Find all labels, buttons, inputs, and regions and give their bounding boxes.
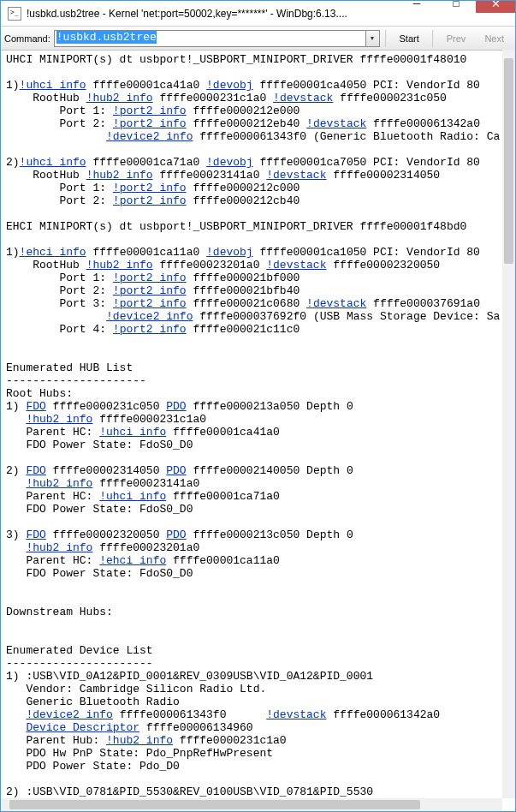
text: ffffe00023201a0 (153, 259, 267, 272)
text: ffffe00002314050 (46, 464, 166, 477)
devobj-link[interactable]: !devobj (206, 246, 253, 259)
text: FDO Power State: FdoS0_D0 (6, 503, 193, 516)
text: ffffe000021c11c0 (187, 323, 300, 336)
devobj-link[interactable]: !devobj (206, 79, 253, 92)
text: Port 3: (6, 297, 113, 310)
pdo-link[interactable]: PDO (166, 464, 186, 477)
text: ffffe0000231c1a0 (153, 92, 273, 104)
devstack-link[interactable]: !devstack (306, 297, 366, 310)
devstack-link[interactable]: !devstack (266, 259, 326, 272)
text: Enumerated Device List (6, 644, 153, 657)
ehci-info-link[interactable]: !ehci_info (99, 554, 166, 567)
text: 1) (6, 79, 20, 92)
hub2-info-link[interactable]: !hub2_info (26, 413, 92, 426)
text: 2) (6, 464, 26, 477)
text (6, 310, 106, 323)
titlebar: !usbkd.usb2tree - Kernel 'net:port=50002… (1, 1, 515, 27)
uhci-info-link[interactable]: !uhci_info (20, 156, 86, 169)
text (6, 413, 26, 426)
text: Port 1: (6, 272, 113, 284)
text: ffffe000061343f0 (113, 708, 266, 721)
text: ffffe000037692f0 (USB Mass Storage Devic… (193, 310, 500, 323)
device-descriptor-link[interactable]: Device Descriptor (26, 721, 139, 734)
hub2-info-link[interactable]: !hub2_info (86, 259, 153, 272)
text: 1) (6, 400, 26, 413)
horizontal-scrollbar[interactable] (1, 798, 502, 811)
vertical-scrollbar[interactable] (502, 50, 515, 798)
device2-info-link[interactable]: !device2 info (26, 708, 112, 721)
uhci-info-link[interactable]: !uhci_info (99, 490, 166, 503)
text: ffffe00023141a0 (92, 477, 199, 490)
text: Port 1: (6, 182, 113, 194)
text: Parent HC: (6, 426, 99, 439)
text: Port 2: (6, 194, 113, 207)
text: Port 2: (6, 117, 113, 130)
text: ffffe0000212e000 (187, 104, 300, 117)
prev-button[interactable]: Prev (439, 30, 474, 47)
port2-info-link[interactable]: !port2_info (113, 182, 187, 194)
text: RootHub (6, 169, 86, 182)
text: Parent Hub: (6, 734, 106, 747)
device2-info-link[interactable]: !device2 info (106, 130, 193, 143)
ehci-info-link[interactable]: !ehci_info (20, 246, 86, 259)
uhci-info-link[interactable]: !uhci_info (20, 79, 86, 92)
text: ffffe00001ca1050 PCI: VendorId 80 (253, 246, 480, 259)
hub2-info-link[interactable]: !hub2_info (26, 477, 92, 490)
text: Parent HC: (6, 490, 99, 503)
port2-info-link[interactable]: !port2_info (113, 117, 187, 130)
text: ffffe00001ca4050 PCI: VendorId 80 (253, 79, 480, 92)
text: ffffe000021bfb40 (187, 284, 300, 297)
command-input-value: !usbkd.usb2tree (56, 31, 157, 44)
fdo-link[interactable]: FDO (26, 400, 45, 413)
maximize-button[interactable] (436, 0, 476, 13)
text: 1) (6, 246, 20, 259)
devobj-link[interactable]: !devobj (206, 156, 253, 169)
hub2-info-link[interactable]: !hub2_info (106, 734, 173, 747)
port2-info-link[interactable]: !port2_info (113, 194, 187, 207)
minimize-button[interactable] (397, 0, 436, 13)
text: 2) (6, 156, 20, 169)
text: ffffe0000231c050 (46, 400, 166, 413)
devstack-link[interactable]: !devstack (266, 708, 326, 721)
hub2-info-link[interactable]: !hub2_info (86, 169, 153, 182)
port2-info-link[interactable]: !port2_info (113, 104, 187, 117)
hub2-info-link[interactable]: !hub2_info (26, 541, 92, 554)
text: ffffe00001ca41a0 (166, 426, 280, 439)
app-icon (8, 7, 21, 21)
text: ---------------------- (6, 657, 153, 670)
devstack-link[interactable]: !devstack (306, 117, 366, 130)
start-button[interactable]: Start (392, 30, 427, 47)
text: FDO Power State: FdoS0_D0 (6, 439, 193, 451)
output-pane[interactable]: UHCI MINIPORT(s) dt usbport!_USBPORT_MIN… (1, 50, 502, 798)
command-dropdown-button[interactable] (366, 30, 380, 47)
devstack-link[interactable]: !devstack (266, 169, 326, 182)
scrollbar-thumb[interactable] (9, 800, 420, 809)
uhci-info-link[interactable]: !uhci_info (99, 426, 166, 439)
close-button[interactable] (476, 0, 515, 13)
text: --------------------- (6, 374, 146, 387)
text: ffffe0000231c1a0 (92, 413, 206, 426)
text: ffffe000061342a0 (366, 117, 480, 130)
text (6, 477, 26, 490)
fdo-link[interactable]: FDO (26, 528, 45, 541)
command-input[interactable]: !usbkd.usb2tree (54, 30, 366, 47)
port2-info-link[interactable]: !port2_info (113, 284, 187, 297)
port2-info-link[interactable]: !port2_info (113, 323, 187, 336)
text: ffffe000037691a0 (366, 297, 480, 310)
port2-info-link[interactable]: !port2_info (113, 272, 187, 284)
next-button[interactable]: Next (477, 30, 512, 47)
scrollbar-thumb[interactable] (504, 58, 513, 264)
text: 1) :USB\VID_0A12&PID_0001&REV_0309USB\VI… (6, 670, 373, 683)
device2-info-link[interactable]: !device2 info (106, 310, 193, 323)
text: Vendor: Cambridge Silicon Radio Ltd. (6, 683, 266, 696)
text: RootHub (6, 259, 86, 272)
hub2-info-link[interactable]: !hub2_info (86, 92, 153, 104)
devstack-link[interactable]: !devstack (273, 92, 333, 104)
port2-info-link[interactable]: !port2_info (113, 297, 187, 310)
pdo-link[interactable]: PDO (166, 528, 186, 541)
fdo-link[interactable]: FDO (26, 464, 45, 477)
text: Generic Bluetooth Radio (6, 696, 180, 708)
pdo-link[interactable]: PDO (166, 400, 186, 413)
text: ffffe00001ca11a0 (86, 246, 206, 259)
command-label: Command: (4, 33, 50, 44)
